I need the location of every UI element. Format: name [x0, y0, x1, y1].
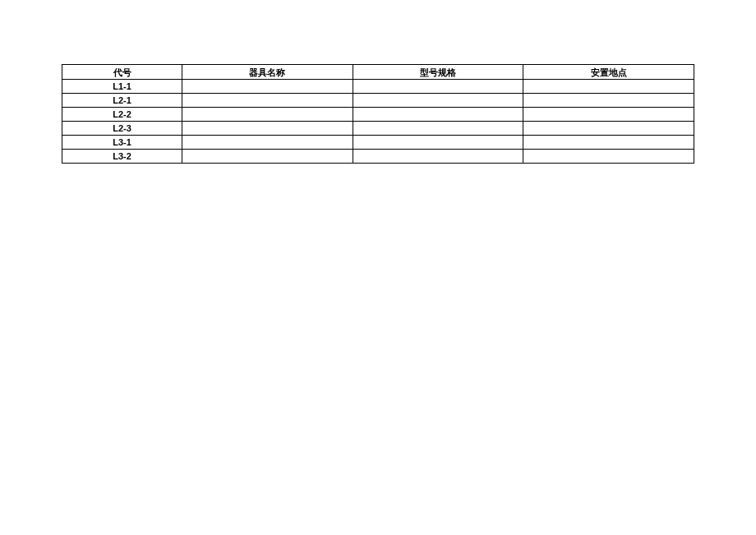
cell-code: L2-1 [62, 94, 182, 108]
col-header-name: 器具名称 [182, 65, 353, 80]
cell-loc [523, 94, 694, 108]
table-row: L3-1 [62, 136, 694, 150]
cell-loc [523, 136, 694, 150]
col-header-code: 代号 [62, 65, 182, 80]
cell-code: L1-1 [62, 80, 182, 94]
cell-name [182, 150, 353, 164]
cell-name [182, 80, 353, 94]
table-row: L2-1 [62, 94, 694, 108]
cell-code: L3-1 [62, 136, 182, 150]
cell-spec [353, 122, 523, 136]
cell-name [182, 94, 353, 108]
cell-spec [353, 94, 523, 108]
col-header-location: 安置地点 [523, 65, 694, 80]
table-row: L2-2 [62, 108, 694, 122]
cell-spec [353, 150, 523, 164]
cell-loc [523, 122, 694, 136]
cell-spec [353, 108, 523, 122]
cell-code: L3-2 [62, 150, 182, 164]
cell-spec [353, 136, 523, 150]
table-row: L1-1 [62, 80, 694, 94]
cell-code: L2-3 [62, 122, 182, 136]
col-header-spec: 型号规格 [353, 65, 523, 80]
cell-name [182, 108, 353, 122]
table-row: L3-2 [62, 150, 694, 164]
cell-spec [353, 80, 523, 94]
cell-code: L2-2 [62, 108, 182, 122]
table-row: L2-3 [62, 122, 694, 136]
cell-loc [523, 108, 694, 122]
equipment-table: 代号 器具名称 型号规格 安置地点 L1-1 L2-1 L2-2 L2-3 [62, 64, 694, 164]
cell-name [182, 136, 353, 150]
table-header-row: 代号 器具名称 型号规格 安置地点 [62, 65, 694, 80]
cell-name [182, 122, 353, 136]
cell-loc [523, 150, 694, 164]
cell-loc [523, 80, 694, 94]
